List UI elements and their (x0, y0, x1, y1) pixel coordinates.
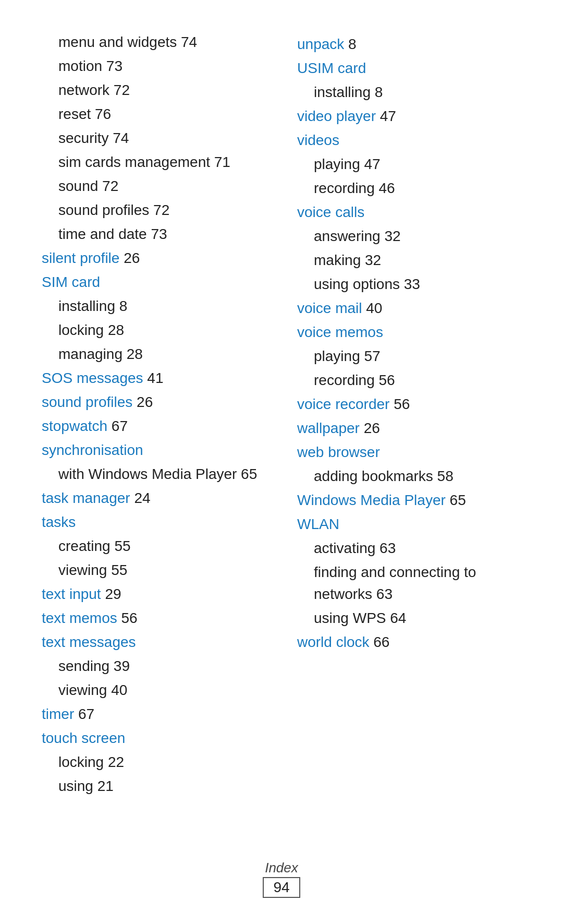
index-term-black: time and date (58, 226, 147, 242)
page-ref: 32 (361, 252, 381, 268)
list-item: silent profile 26 (42, 247, 282, 269)
index-term-black: using (58, 778, 93, 794)
page-ref: 74 (108, 130, 129, 146)
list-item: USIM card (297, 57, 521, 79)
index-term-blue: sound profiles (42, 394, 132, 410)
index-term-black: using options (314, 276, 400, 292)
list-item: SIM card (42, 271, 282, 293)
list-item: text input 29 (42, 583, 282, 605)
index-term-black: making (314, 252, 361, 268)
list-item: voice mail 40 (297, 297, 521, 319)
list-item: security 74 (42, 127, 282, 149)
list-item: recording 56 (297, 369, 521, 391)
index-term-black: playing (314, 156, 360, 172)
list-item: sound 72 (42, 175, 282, 197)
right-column: unpack 8USIM cardinstalling 8video playe… (282, 31, 521, 799)
index-term-black: locking (58, 754, 104, 770)
page-ref: 72 (98, 178, 118, 194)
list-item: stopwatch 67 (42, 415, 282, 437)
index-term-blue: timer (42, 706, 74, 722)
page-ref: 73 (147, 226, 167, 242)
index-term-blue: synchronisation (42, 442, 143, 458)
list-item: sim cards management 71 (42, 151, 282, 173)
index-term-black: installing (314, 84, 371, 100)
page-ref: 63 (372, 586, 393, 602)
list-item: reset 76 (42, 103, 282, 125)
page-ref: 74 (177, 34, 197, 50)
list-item: installing 8 (297, 81, 521, 103)
index-term-blue: voice mail (297, 300, 362, 316)
list-item: playing 57 (297, 345, 521, 367)
index-term-black: creating (58, 538, 111, 554)
page-ref: 46 (375, 180, 395, 196)
list-item: web browser (297, 441, 521, 463)
page-ref: 56 (117, 610, 138, 626)
index-term-blue: video player (297, 108, 376, 124)
page-number: 94 (263, 877, 300, 898)
index-term-blue: SOS messages (42, 370, 143, 386)
left-column: menu and widgets 74motion 73network 72re… (42, 31, 282, 799)
page-ref: 22 (104, 754, 124, 770)
page-ref: 29 (101, 586, 121, 602)
page-ref: 26 (132, 394, 153, 410)
index-term-blue: text input (42, 586, 101, 602)
page-ref: 8 (371, 84, 383, 100)
page-ref: 55 (107, 562, 127, 578)
list-item: time and date 73 (42, 223, 282, 245)
page-ref: 47 (360, 156, 381, 172)
index-term-black: sim cards management (58, 154, 210, 170)
page-ref: 72 (149, 202, 169, 218)
list-item: timer 67 (42, 703, 282, 725)
index-term-blue: SIM card (42, 274, 100, 290)
page-ref: 41 (143, 370, 164, 386)
index-term-black: recording (314, 180, 375, 196)
page-ref: 57 (360, 348, 381, 364)
page-ref: 65 (237, 466, 257, 482)
index-term-blue: voice calls (297, 204, 364, 220)
page-ref: 32 (381, 228, 401, 244)
page-ref: 24 (130, 490, 151, 506)
list-item: videos (297, 129, 521, 151)
page-ref: 71 (210, 154, 230, 170)
index-term-black: finding and connecting to networks (314, 564, 476, 602)
list-item: using options 33 (297, 273, 521, 295)
index-term-blue: WLAN (297, 516, 339, 532)
index-term-black: security (58, 130, 108, 146)
index-term-blue: Windows Media Player (297, 492, 446, 508)
list-item: locking 22 (42, 751, 282, 773)
index-term-blue: unpack (297, 36, 344, 52)
list-item: creating 55 (42, 535, 282, 557)
index-term-blue: silent profile (42, 250, 119, 266)
page-ref: 63 (375, 540, 396, 556)
list-item: voice recorder 56 (297, 393, 521, 415)
page-ref: 66 (369, 634, 389, 650)
list-item: network 72 (42, 79, 282, 101)
list-item: motion 73 (42, 55, 282, 77)
list-item: text memos 56 (42, 607, 282, 629)
index-term-blue: tasks (42, 514, 76, 530)
index-term-black: sound (58, 178, 98, 194)
page-ref: 26 (360, 420, 380, 436)
index-term-black: network (58, 82, 109, 98)
index-term-black: reset (58, 106, 91, 122)
index-term-black: with Windows Media Player (58, 466, 237, 482)
page-ref: 64 (386, 610, 407, 626)
list-item: installing 8 (42, 295, 282, 317)
index-term-black: motion (58, 58, 102, 74)
index-term-black: answering (314, 228, 381, 244)
list-item: using 21 (42, 775, 282, 797)
index-term-black: viewing (58, 562, 107, 578)
page-ref: 8 (344, 36, 356, 52)
index-term-blue: wallpaper (297, 420, 360, 436)
index-term-blue: stopwatch (42, 418, 107, 434)
page-ref: 28 (104, 322, 124, 338)
list-item: SOS messages 41 (42, 367, 282, 389)
index-term-black: installing (58, 298, 115, 314)
list-item: managing 28 (42, 343, 282, 365)
index-term-blue: task manager (42, 490, 130, 506)
index-term-black: sending (58, 658, 109, 674)
page-ref: 21 (93, 778, 114, 794)
list-item: sound profiles 26 (42, 391, 282, 413)
page-ref: 65 (446, 492, 466, 508)
index-term-black: locking (58, 322, 104, 338)
